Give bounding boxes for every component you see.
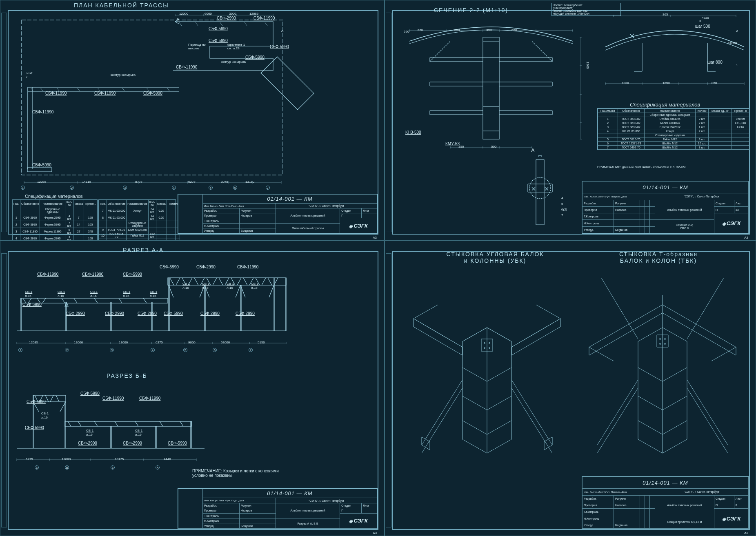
plan-linework bbox=[16, 12, 375, 187]
dim: ≈830 bbox=[702, 16, 709, 20]
callout: СБФ-5990 bbox=[25, 425, 44, 430]
callout: СБФ-5990 bbox=[27, 399, 46, 404]
callout: СБФ-11990 bbox=[45, 91, 67, 95]
l16: л.16 bbox=[202, 286, 209, 290]
callout: СБФ-2990 bbox=[217, 16, 236, 20]
sv1: СВ-1 bbox=[90, 290, 98, 294]
svg-point-16 bbox=[660, 343, 661, 345]
callout: СБФ-11990 bbox=[32, 110, 53, 114]
callout: СБФ-5990 bbox=[209, 38, 228, 43]
dim: 850 bbox=[712, 81, 717, 85]
axis-marker: 6 bbox=[233, 186, 237, 190]
binding-strip bbox=[1, 253, 7, 527]
title-razrez-a: РАЗРЕЗ А-А bbox=[123, 247, 164, 253]
binding-strip bbox=[1, 13, 7, 232]
sv1: СВ-1 bbox=[25, 290, 32, 294]
iso-ubk bbox=[401, 274, 573, 461]
dim: 4440 bbox=[164, 457, 171, 461]
ref: 3 bbox=[699, 19, 701, 23]
callout: СБФ-5990 bbox=[164, 311, 183, 316]
dim: 14115 bbox=[82, 180, 91, 184]
sv1: СВ-1 bbox=[251, 282, 258, 286]
callout: СБФ-2990 bbox=[236, 311, 255, 316]
note-perehod: Переход по высоте bbox=[188, 43, 206, 50]
detail-A: А bbox=[531, 147, 535, 153]
dim: 6275 bbox=[156, 341, 163, 344]
callout: СБФ-11990 bbox=[37, 272, 58, 277]
razrez-a-a bbox=[13, 257, 290, 351]
callout: СБФ-5990 bbox=[168, 441, 187, 445]
note-bottom: ПРИМЕЧАНИЕ: данный лист читать совместно… bbox=[597, 165, 685, 169]
axis: 4 bbox=[151, 348, 155, 352]
title-ubk: СТЫКОВКА УГЛОВАЯ БАЛОК и КОЛОННЫ (УБК) bbox=[426, 251, 565, 264]
note-kontur: контур козырька bbox=[111, 73, 136, 77]
l16: л.16 bbox=[41, 416, 48, 419]
format: А3 bbox=[744, 236, 748, 239]
sv1: СВ-1 bbox=[150, 290, 157, 294]
sv1: СВ-1 bbox=[135, 429, 142, 432]
dim: 500 bbox=[491, 145, 496, 148]
callout: СБФ-5990 bbox=[245, 55, 265, 60]
dim: 1650 bbox=[663, 81, 670, 85]
callout: СБФ-2990 bbox=[66, 311, 85, 316]
note: ПРИМЕЧАНИЕ: Козырек и лотки с консолями … bbox=[192, 469, 279, 478]
spec-title: Спецификация материалов bbox=[25, 194, 83, 199]
callout: СБФ-5990 bbox=[123, 272, 142, 277]
razrez-b-b bbox=[13, 383, 209, 465]
sv1: СВ-1 bbox=[86, 429, 93, 432]
ref: 7 bbox=[561, 213, 563, 217]
ref: 1 bbox=[736, 63, 738, 67]
dim: 13160 bbox=[245, 180, 254, 184]
axis: А bbox=[156, 465, 160, 470]
dim: 13000 bbox=[119, 341, 128, 344]
svg-point-17 bbox=[665, 343, 666, 345]
dim: 650 bbox=[511, 28, 517, 32]
axis: 6 bbox=[213, 348, 217, 352]
sv1: СВ-1 bbox=[58, 290, 65, 294]
l16: л.16 bbox=[150, 294, 156, 298]
dim: 9000 bbox=[188, 341, 196, 344]
svg-point-11 bbox=[484, 348, 485, 349]
callout: СБФ-11990 bbox=[102, 396, 124, 401]
axis-label: А bbox=[281, 29, 283, 33]
sheet2-title: СЕЧЕНИЕ 2-2 (М1:10) bbox=[434, 7, 508, 13]
axis-marker: 7 bbox=[266, 186, 270, 190]
dim: 53000 bbox=[221, 341, 230, 344]
dim: 6000 bbox=[205, 12, 212, 16]
axis: 2 bbox=[65, 348, 69, 352]
svg-text:А: А bbox=[538, 155, 542, 157]
callout: СБФ-5990 bbox=[22, 302, 42, 307]
callout: СБФ-2990 bbox=[123, 441, 142, 445]
dim: 6275 bbox=[188, 180, 196, 184]
dim: 3075 bbox=[221, 180, 228, 184]
l16: л.16 bbox=[58, 294, 64, 298]
dim: 1200 bbox=[586, 62, 589, 69]
spec-title: Спецификация материалов bbox=[630, 102, 700, 108]
callout: СБФ-11990 bbox=[176, 65, 197, 69]
title-tbk: СТЫКОВКА Т-образная БАЛОК и КОЛОН (ТБК) bbox=[589, 251, 728, 264]
axis-marker: 3 bbox=[123, 186, 127, 190]
title-block: 01/14-001 — КМ Изм. Кол.уч. Лист N°уч. П… bbox=[582, 181, 749, 234]
axis: 1 bbox=[18, 348, 22, 352]
format: А3 bbox=[744, 531, 748, 535]
l16: л.16 bbox=[25, 294, 31, 298]
callout: СБФ-5990 bbox=[209, 27, 228, 31]
l16: л.16 bbox=[86, 433, 93, 436]
axis: 7 bbox=[249, 348, 253, 352]
dim: 10175 bbox=[115, 457, 124, 461]
dim: 5150 bbox=[258, 341, 265, 344]
dim: 8775 bbox=[135, 180, 142, 184]
axis: Е bbox=[111, 465, 115, 470]
callout: СБФ-5990 bbox=[143, 91, 162, 95]
l16: л.16 bbox=[135, 433, 142, 436]
svg-rect-7 bbox=[65, 421, 191, 426]
label-kn3: КН3-500 bbox=[405, 130, 421, 135]
callout: СБФ-5990 bbox=[270, 44, 289, 49]
l16: л.16 bbox=[123, 294, 129, 298]
callout: СБФ-2990 bbox=[196, 265, 216, 269]
spec-table-left: Поз.ОбозначениеНаименованиеКол-воМассаПр… bbox=[12, 199, 98, 241]
detail-A-view: А bbox=[503, 155, 577, 233]
callout: СБФ-11990 bbox=[237, 265, 258, 269]
format: А3 bbox=[373, 236, 377, 239]
note-fragment: фрагмент 1 см. л.28 bbox=[227, 43, 245, 50]
